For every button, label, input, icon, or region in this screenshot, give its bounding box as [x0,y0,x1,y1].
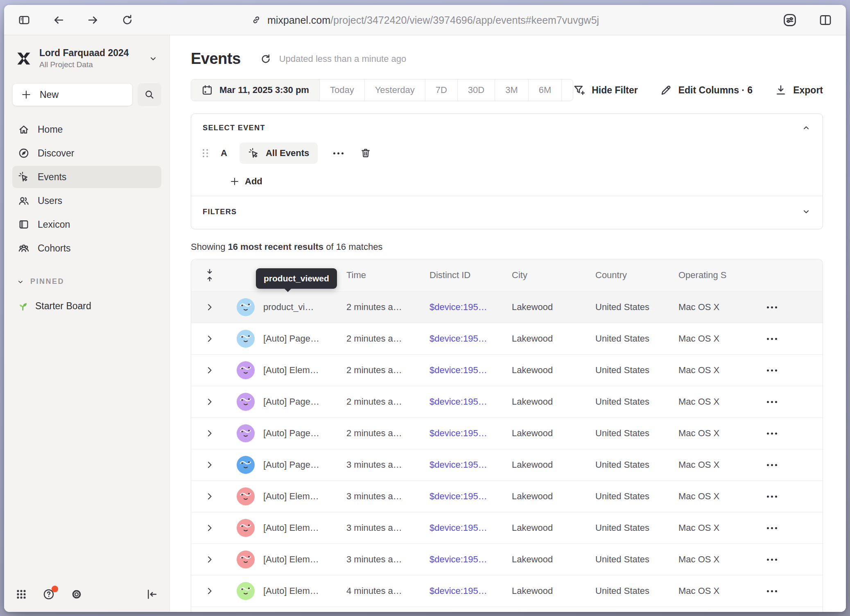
clause-more-icon[interactable] [330,149,347,158]
row-menu-icon[interactable] [748,496,823,498]
sidebar-item-users[interactable]: Users [12,190,161,212]
range-6m[interactable]: 6M [529,79,562,101]
distinct-id-link[interactable]: $device:195… [430,302,512,313]
event-name-cell[interactable]: [Auto] Page… [263,396,346,407]
collapse-rows-icon[interactable] [191,269,228,282]
sidebar-item-home[interactable]: Home [12,118,161,140]
collapse-sidebar-icon[interactable] [146,588,158,600]
apps-grid-icon[interactable] [16,589,27,600]
edit-columns-button[interactable]: Edit Columns · 6 [660,84,753,96]
add-event-button[interactable]: Add [228,174,264,188]
row-menu-icon[interactable] [748,338,823,340]
event-name-cell[interactable]: [Auto] Elem… [263,586,346,596]
browser-window: mixpanel.com/project/3472420/view/397469… [4,5,846,612]
col-header-country[interactable]: Country [595,270,678,281]
event-selector-chip[interactable]: All Events [240,143,318,164]
event-name-cell[interactable]: [Auto] Page… [263,333,346,344]
back-icon[interactable] [51,12,66,28]
event-name-cell[interactable]: [Auto] Elem… [263,365,346,376]
sidebar-item-discover[interactable]: Discover [12,142,161,164]
col-header-distinct-id[interactable]: Distinct ID [430,270,512,281]
range-3m[interactable]: 3M [495,79,529,101]
expand-row-chevron-icon[interactable] [191,491,228,501]
event-name-cell[interactable]: [Auto] Elem… [263,491,346,502]
distinct-id-link[interactable]: $device:195… [430,396,512,407]
search-button[interactable] [138,83,161,106]
export-button[interactable]: Export [775,84,823,96]
event-name-cell[interactable]: [Auto] Elem… [263,523,346,533]
col-header-time[interactable]: Time [346,270,430,281]
event-cursor-icon [248,147,260,159]
pinned-section-toggle[interactable]: PINNED [12,277,161,286]
reload-icon[interactable] [120,12,135,28]
distinct-id-link[interactable]: $device:195… [430,554,512,565]
table-row[interactable]: [Auto] Elem… 3 minutes a… $device:195… L… [191,512,823,544]
row-menu-icon[interactable] [748,527,823,529]
expand-row-chevron-icon[interactable] [191,460,228,470]
expand-row-chevron-icon[interactable] [191,397,228,407]
event-name-cell[interactable]: [Auto] Page… [263,460,346,470]
url-bar[interactable]: mixpanel.com/project/3472420/view/397469… [251,14,599,26]
event-name-cell[interactable]: [Auto] Elem… [263,554,346,565]
table-row[interactable]: [Auto] Elem… 2 minutes a… $device:195… L… [191,354,823,386]
event-name-cell[interactable]: product_vi… [263,302,346,313]
sidebar-item-lexicon[interactable]: Lexicon [12,213,161,236]
distinct-id-link[interactable]: $device:195… [430,523,512,533]
distinct-id-link[interactable]: $device:195… [430,460,512,470]
expand-row-chevron-icon[interactable] [191,555,228,564]
new-button[interactable]: New [12,83,133,106]
forward-icon[interactable] [85,12,101,28]
range-yesterday[interactable]: Yesterday [365,79,425,101]
range-30d[interactable]: 30D [458,79,495,101]
row-menu-icon[interactable] [748,464,823,466]
col-header-city[interactable]: City [512,270,595,281]
sidebar-item-cohorts[interactable]: Cohorts [12,237,161,259]
table-row[interactable]: [Auto] Page… 3 minutes a… $device:195… L… [191,449,823,480]
table-row[interactable]: [Auto] Page… 2 minutes a… $device:195… L… [191,386,823,417]
chevron-up-icon[interactable] [801,123,811,133]
split-view-icon[interactable] [817,12,834,28]
col-header-os[interactable]: Operating S [678,270,748,281]
date-range-picker[interactable]: Mar 11, 2025 3:30 pm [191,79,320,101]
event-name-cell[interactable]: [Auto] Page… [263,428,346,439]
refresh-icon[interactable] [260,53,272,65]
distinct-id-link[interactable]: $device:195… [430,333,512,344]
table-row[interactable]: [Auto] Elem… 3 minutes a… $device:195… L… [191,480,823,512]
distinct-id-link[interactable]: $device:195… [430,491,512,502]
row-menu-icon[interactable] [748,559,823,561]
help-icon[interactable] [43,588,55,600]
distinct-id-link[interactable]: $device:195… [430,428,512,439]
table-row[interactable]: [Auto] Page… 2 minutes a… $device:195… L… [191,323,823,354]
drag-handle-icon[interactable] [203,149,208,157]
distinct-id-link[interactable]: $device:195… [430,365,512,376]
page-settings-icon[interactable] [781,11,798,29]
table-row[interactable]: [Auto] Elem… 4 minutes a… $device:195… L… [191,575,823,607]
delete-clause-icon[interactable] [360,147,371,159]
table-row-partial[interactable] [191,607,823,612]
sidebar-item-events[interactable]: Events [12,166,161,188]
row-menu-icon[interactable] [748,369,823,371]
table-row[interactable]: [Auto] Elem… 3 minutes a… $device:195… L… [191,544,823,575]
expand-row-chevron-icon[interactable] [191,334,228,344]
chevron-down-icon[interactable] [801,207,811,217]
distinct-id-link[interactable]: $device:195… [430,586,512,596]
expand-row-chevron-icon[interactable] [191,523,228,533]
row-menu-icon[interactable] [748,590,823,592]
table-row[interactable]: [Auto] Page… 2 minutes a… $device:195… L… [191,417,823,449]
row-menu-icon[interactable] [748,306,823,308]
settings-gear-icon[interactable] [70,588,83,600]
expand-row-chevron-icon[interactable] [191,302,228,312]
range-12m[interactable]: 12M [562,79,573,101]
range-7d[interactable]: 7D [425,79,458,101]
event-avatar [237,487,255,505]
range-today[interactable]: Today [320,79,365,101]
browser-sidebar-toggle-icon[interactable] [16,12,32,28]
project-switcher[interactable]: Lord Farquaad 2024 All Project Data [12,46,161,71]
expand-row-chevron-icon[interactable] [191,586,228,596]
expand-row-chevron-icon[interactable] [191,365,228,375]
pinned-item-starter-board[interactable]: Starter Board [12,295,161,317]
row-menu-icon[interactable] [748,433,823,435]
hide-filter-button[interactable]: Hide Filter [573,84,638,96]
expand-row-chevron-icon[interactable] [191,428,228,438]
row-menu-icon[interactable] [748,401,823,403]
